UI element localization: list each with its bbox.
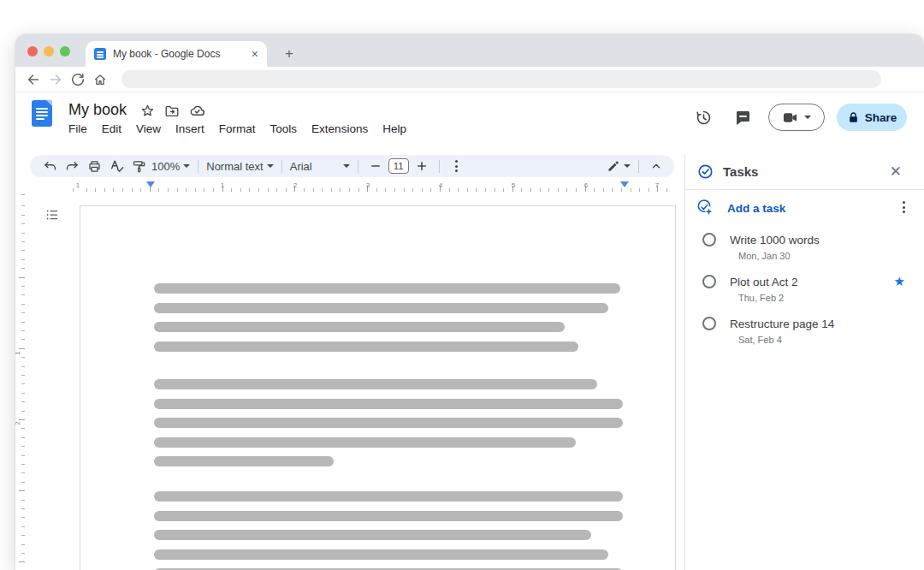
redacted-text-line	[154, 399, 623, 409]
ruler-number: 3	[366, 181, 370, 189]
zoom-select[interactable]: 100%	[151, 157, 190, 175]
add-task-button[interactable]: Add a task	[727, 202, 785, 215]
print-icon[interactable]	[85, 157, 104, 175]
font-select[interactable]: Arial	[290, 157, 350, 175]
ruler-number: 5	[512, 181, 515, 189]
google-docs-logo[interactable]	[32, 100, 52, 127]
tab-strip: My book - Google Docs × +	[15, 34, 924, 67]
chevron-down-icon	[624, 164, 631, 168]
comments-icon[interactable]	[729, 104, 756, 131]
redacted-text-line	[154, 530, 591, 540]
chevron-down-icon	[267, 164, 274, 168]
menu-edit[interactable]: Edit	[102, 122, 121, 135]
ruler-number: 6	[584, 181, 588, 189]
task-due-date: Thu, Feb 2	[738, 293, 784, 303]
window-close-button[interactable]	[27, 46, 38, 56]
share-label: Share	[865, 111, 897, 124]
redacted-text-line	[154, 491, 623, 502]
task-checkbox[interactable]	[702, 275, 716, 288]
editing-mode-button[interactable]	[607, 157, 631, 175]
task-title: Write 1000 words	[730, 234, 820, 246]
menu-tools[interactable]: Tools	[270, 122, 298, 135]
ruler-number: 1	[15, 351, 21, 354]
browser-navbar	[15, 67, 924, 92]
paragraph-style-select[interactable]: Normal text	[206, 157, 273, 175]
menu-extensions[interactable]: Extensions	[311, 122, 368, 135]
new-tab-button[interactable]: +	[277, 41, 301, 67]
redacted-text-line	[154, 322, 565, 332]
tasks-menu-icon[interactable]	[903, 201, 905, 213]
menu-help[interactable]: Help	[382, 122, 406, 135]
menu-view[interactable]: View	[136, 122, 161, 135]
move-folder-icon[interactable]	[164, 104, 180, 119]
tasks-panel-header: Tasks ✕	[685, 154, 924, 190]
redacted-text-line	[154, 341, 578, 352]
share-button[interactable]: Share	[837, 104, 907, 131]
task-checkbox[interactable]	[702, 317, 716, 330]
document-title[interactable]: My book	[68, 101, 127, 119]
tasks-panel-title: Tasks	[723, 164, 758, 179]
paint-format-icon[interactable]	[129, 157, 148, 175]
task-row[interactable]: Restructure page 14 Sat, Feb 4 ★	[685, 312, 924, 353]
task-title: Restructure page 14	[730, 318, 834, 330]
redacted-text-line	[154, 303, 608, 313]
font-size-increase-button[interactable]	[412, 157, 431, 175]
redo-icon[interactable]	[62, 157, 81, 175]
google-docs-favicon	[94, 48, 106, 60]
chevron-down-icon	[804, 116, 811, 119]
menu-insert[interactable]: Insert	[175, 122, 204, 135]
ruler-number: 2	[15, 421, 21, 425]
ruler-number: 7	[655, 181, 659, 189]
redacted-text-line	[154, 511, 623, 521]
tasks-close-icon[interactable]: ✕	[890, 163, 902, 181]
right-indent-marker[interactable]	[620, 181, 629, 187]
vertical-ruler[interactable]: 12	[15, 193, 26, 570]
lock-icon	[847, 110, 860, 124]
task-row[interactable]: Plot out Act 2 Thu, Feb 2 ★	[685, 270, 924, 312]
task-checkbox[interactable]	[702, 233, 716, 246]
menu-bar: File Edit View Insert Format Tools Exten…	[68, 122, 406, 135]
version-history-icon[interactable]	[690, 104, 717, 131]
font-size-input[interactable]: 11	[388, 158, 409, 174]
menu-format[interactable]: Format	[219, 122, 256, 135]
more-toolbar-options-icon[interactable]	[447, 157, 466, 175]
task-title: Plot out Act 2	[730, 276, 798, 288]
chevron-down-icon	[183, 164, 190, 168]
font-size-decrease-button[interactable]	[366, 157, 385, 175]
window-zoom-button[interactable]	[60, 46, 70, 56]
tasks-logo-icon	[697, 163, 714, 180]
menu-file[interactable]: File	[68, 122, 87, 135]
cloud-saved-icon[interactable]	[189, 103, 205, 119]
task-due-date: Mon, Jan 30	[738, 251, 791, 261]
add-task-icon[interactable]	[696, 199, 713, 216]
tab-close-icon[interactable]: ×	[252, 48, 258, 60]
spellcheck-icon[interactable]	[107, 157, 126, 175]
back-icon[interactable]	[22, 68, 44, 91]
video-camera-icon	[782, 110, 798, 126]
document-outline-icon[interactable]	[43, 205, 62, 224]
ruler-horizontal-labels: 11234567	[15, 181, 676, 193]
left-indent-marker[interactable]	[146, 181, 155, 187]
task-star-icon[interactable]: ★	[894, 274, 905, 289]
tab-title: My book - Google Docs	[113, 48, 245, 60]
forward-icon[interactable]	[44, 68, 67, 91]
redacted-text-line	[154, 418, 623, 428]
window-minimize-button[interactable]	[44, 46, 54, 56]
add-task-row: Add a task	[685, 190, 924, 224]
reload-icon[interactable]	[67, 68, 89, 91]
address-bar[interactable]	[121, 70, 881, 88]
ruler-number: 2	[293, 181, 297, 189]
ruler-number: 4	[439, 181, 442, 189]
redacted-text-line	[154, 549, 608, 560]
collapse-toolbar-icon[interactable]	[647, 157, 666, 175]
document-page[interactable]	[80, 205, 676, 570]
undo-icon[interactable]	[40, 157, 59, 175]
join-video-call-button[interactable]	[768, 104, 825, 131]
browser-tab[interactable]: My book - Google Docs ×	[86, 41, 267, 67]
redacted-text-line	[154, 379, 597, 389]
star-document-icon[interactable]	[140, 104, 155, 118]
task-row[interactable]: Write 1000 words Mon, Jan 30 ★	[685, 228, 924, 270]
chevron-down-icon	[343, 164, 350, 168]
redacted-text-line	[154, 283, 620, 294]
home-icon[interactable]	[89, 68, 111, 91]
